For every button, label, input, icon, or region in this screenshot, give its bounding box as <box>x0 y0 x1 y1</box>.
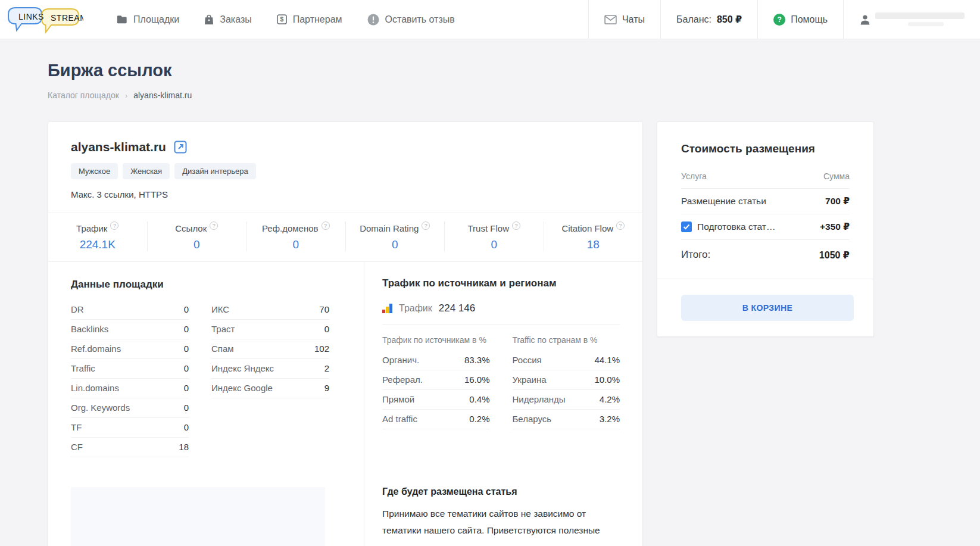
data-row: Org. Keywords 0 <box>71 398 189 418</box>
external-link-icon[interactable] <box>174 141 187 154</box>
help-icon[interactable]: ? <box>616 221 625 230</box>
chats-label: Чаты <box>622 14 645 25</box>
data-value: 70 <box>319 304 329 314</box>
stat-item: Citation Flow? 18 <box>544 221 643 251</box>
data-value: 0 <box>184 422 189 432</box>
help-icon[interactable]: ? <box>422 221 430 230</box>
site-preview-placeholder <box>71 487 325 546</box>
data-value: 0 <box>184 403 189 413</box>
nav-label: Партнерам <box>293 14 342 25</box>
traffic-section: Трафик по источникам и регионам Трафик 2… <box>364 262 642 546</box>
stat-item: Trust Flow? 0 <box>444 221 544 251</box>
bag-icon <box>204 14 214 25</box>
breadcrumb-separator: › <box>125 91 127 100</box>
data-row: Траст 0 <box>211 320 329 339</box>
header-right: Чаты Баланс: 850 ₽ ? Помощь <box>588 0 980 39</box>
data-row: DR 0 <box>71 300 189 320</box>
help-button[interactable]: ? Помощь <box>757 0 843 39</box>
data-row: TF 0 <box>71 418 189 438</box>
category-tag: Мужское <box>71 163 118 179</box>
svg-text:STREAM: STREAM <box>51 13 83 23</box>
country-row: Беларусь 3.2% <box>513 410 620 429</box>
source-row: Прямой 0.4% <box>382 390 490 410</box>
stat-value: 0 <box>445 238 544 251</box>
main-nav: Площадки Заказы $ Партнерам Оставить от <box>117 0 588 39</box>
cost-row-preparation: Подготовка стат… +350 ₽ <box>681 214 850 240</box>
user-menu[interactable] <box>843 0 980 39</box>
envelope-icon <box>604 15 617 24</box>
data-value: 0 <box>324 324 329 334</box>
stat-value: 224.1K <box>48 238 147 251</box>
data-label: Org. Keywords <box>71 403 130 413</box>
stat-label: Ссылок <box>175 223 207 233</box>
data-value: 102 <box>314 344 329 354</box>
data-row: Traffic 0 <box>71 359 189 379</box>
data-value: 2 <box>324 363 329 373</box>
country-value: 10.0% <box>594 375 620 385</box>
cost-col-sum: Сумма <box>823 171 850 181</box>
cost-row-value: 700 ₽ <box>825 196 850 207</box>
stat-value: 0 <box>246 238 345 251</box>
site-domain: alyans-klimat.ru <box>71 140 166 154</box>
preparation-checkbox[interactable] <box>681 221 692 232</box>
platform-data-section: Данные площадки DR 0 Backlin <box>48 262 364 546</box>
source-value: 0.4% <box>469 394 489 404</box>
data-label: Индекс Яндекс <box>211 363 274 373</box>
nav-item-platforms[interactable]: Площадки <box>117 14 179 25</box>
user-icon <box>859 14 871 26</box>
traffic-total-label: Трафик <box>399 303 432 314</box>
country-row: Украина 10.0% <box>513 370 620 390</box>
nav-item-orders[interactable]: Заказы <box>204 14 251 25</box>
countries-header: Traffic по странам в % <box>513 334 620 351</box>
article-placement-title: Где будет размещена статья <box>382 486 620 497</box>
breadcrumb-root-link[interactable]: Каталог площадок <box>48 91 119 100</box>
countries-list: Россия 44.1% Украина 10.0% <box>513 351 620 429</box>
stat-label: Citation Flow <box>561 223 613 233</box>
logo[interactable]: LINKS STREAM <box>0 0 95 39</box>
balance-label: Баланс: <box>676 14 711 25</box>
source-row: Реферал. 16.0% <box>382 370 490 390</box>
page-body: Биржа ссылок Каталог площадок › alyans-k… <box>0 61 980 546</box>
cost-col-service: Услуга <box>681 171 707 181</box>
nav-item-partners[interactable]: $ Партнерам <box>277 14 342 25</box>
data-label: Спам <box>211 344 234 354</box>
help-label: Помощь <box>791 14 828 25</box>
help-icon[interactable]: ? <box>322 221 330 230</box>
data-value: 0 <box>184 324 189 334</box>
cost-total-row: Итого: 1050 ₽ <box>681 240 850 261</box>
cost-row-value: +350 ₽ <box>820 221 850 232</box>
cost-row-placement: Размещение статьи 700 ₽ <box>681 189 850 214</box>
data-label: Траст <box>211 324 235 334</box>
help-icon[interactable]: ? <box>512 221 520 230</box>
stat-value: 0 <box>148 238 246 251</box>
data-row: Индекс Google 9 <box>211 379 329 398</box>
article-placement-text: Принимаю все тематики сайтов не зависимо… <box>382 506 616 539</box>
add-to-cart-button[interactable]: В КОРЗИНЕ <box>681 295 854 321</box>
traffic-countries: Traffic по странам в % Россия 44.1% <box>513 334 620 429</box>
nav-item-feedback[interactable]: Оставить отзыв <box>367 14 455 26</box>
stat-label: Реф.доменов <box>262 223 319 233</box>
nav-label: Площадки <box>133 14 179 25</box>
data-label: Lin.domains <box>71 383 119 393</box>
sources-header: Трафик по источникам в % <box>382 334 490 351</box>
cost-total-label: Итого: <box>681 249 710 261</box>
data-label: DR <box>71 304 84 314</box>
balance-value: 850 ₽ <box>717 14 742 25</box>
stat-item: Трафик? 224.1K <box>48 221 147 251</box>
nav-label: Оставить отзыв <box>385 14 455 25</box>
help-icon[interactable]: ? <box>110 221 118 230</box>
data-value: 0 <box>184 304 189 314</box>
help-icon[interactable]: ? <box>210 221 218 230</box>
stats-row: Трафик? 224.1K Ссылок? 0 Реф.домен <box>48 213 642 262</box>
stat-label: Trust Flow <box>468 223 509 233</box>
country-label: Россия <box>513 355 542 365</box>
source-value: 83.3% <box>464 355 490 365</box>
stat-item: Ссылок? 0 <box>147 221 246 251</box>
source-row: Органич. 83.3% <box>382 351 490 370</box>
country-label: Нидерланды <box>513 394 566 404</box>
chats-button[interactable]: Чаты <box>588 0 660 39</box>
stat-value: 0 <box>346 238 445 251</box>
data-label: ИКС <box>211 304 229 314</box>
balance[interactable]: Баланс: 850 ₽ <box>660 0 757 39</box>
source-row: Ad traffic 0.2% <box>382 410 490 429</box>
